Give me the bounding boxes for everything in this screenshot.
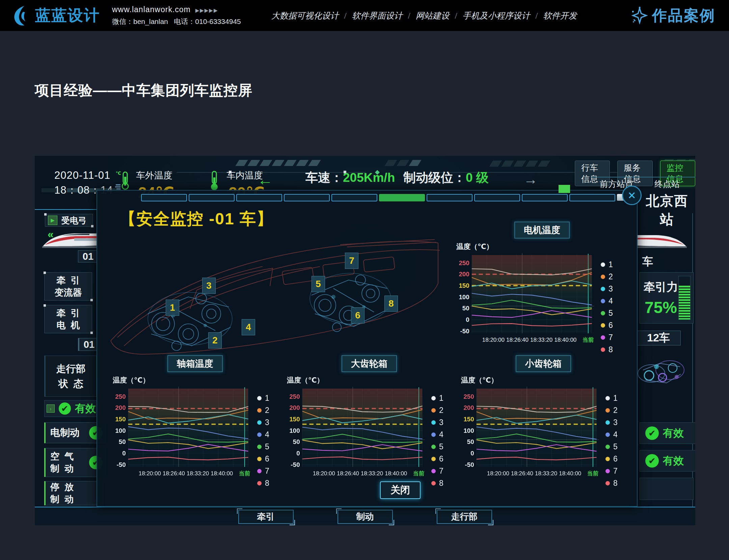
car-12-box[interactable]: 12车: [636, 331, 681, 345]
legend-item: 8: [431, 479, 443, 488]
bogie-tag-3[interactable]: 3: [202, 278, 216, 294]
bogie-tag-1[interactable]: 1: [166, 300, 179, 316]
svg-text:150: 150: [289, 416, 300, 423]
svg-text:0: 0: [296, 450, 300, 457]
bogie-tag-6[interactable]: 6: [351, 307, 364, 324]
date-value: 2020-11-01: [54, 168, 113, 183]
chart-axlebox-temperature: 轴箱温度温度（℃）250200150100500-5018:20:0018:26…: [111, 355, 279, 488]
nav-item-mobile[interactable]: 手机及小程序设计: [463, 10, 543, 21]
thermometer-outside-icon: ℃: [115, 170, 130, 192]
svg-text:200: 200: [459, 271, 469, 278]
chart-plot: 250200150100500-5018:20:0018:26:4018:33:…: [285, 385, 427, 478]
sidebar-item-traction-motor[interactable]: 牵 引电 机: [44, 305, 92, 333]
valid-status-row-left: › ✔ 有效: [44, 400, 98, 417]
legend-item: 2: [257, 406, 269, 415]
brand-name: 蓝蓝设计: [35, 5, 100, 26]
legend-item: 6: [431, 454, 443, 464]
chart-y-axis-label: 温度（℃）: [113, 375, 279, 385]
svg-text:18:26:40: 18:26:40: [511, 470, 533, 477]
svg-text:18:20:00: 18:20:00: [487, 470, 509, 477]
chart-title: 轴箱温度: [167, 355, 223, 372]
bogie-tag-5[interactable]: 5: [312, 276, 325, 292]
legend-item: 7: [601, 333, 613, 342]
nav-item-software-ui[interactable]: 软件界面设计: [352, 10, 416, 21]
site-url[interactable]: www.lanlanwork.com: [112, 5, 191, 14]
car-12-label: 12车: [647, 331, 670, 345]
logo[interactable]: 蓝蓝设计: [10, 4, 100, 27]
sidebar-item-bogie-status[interactable]: 走行部状 态: [44, 356, 97, 397]
car-01-box-top[interactable]: 01: [78, 250, 98, 262]
works-label: 作品案例: [652, 6, 716, 26]
chart-legend: 12345678: [431, 394, 443, 488]
nav-item-bigdata[interactable]: 大数据可视化设计: [271, 10, 352, 21]
chart-plot: 250200150100500-5018:20:0018:26:4018:33:…: [111, 385, 252, 478]
star-icon: [630, 6, 649, 25]
svg-text:℃: ℃: [116, 171, 121, 176]
legend-item: 3: [257, 418, 269, 427]
url-arrows-decor: ▶▶▶▶▶: [195, 7, 218, 13]
sidebar-item-parking-brake[interactable]: 停 放制 动: [44, 481, 103, 505]
valid-label: 有效: [75, 401, 96, 416]
chart-title: 大齿轮箱: [342, 355, 397, 372]
valid-status-row-right-1: ✔ 有效: [640, 422, 695, 444]
train-monitor-dashboard: 2020-11-01 18：08：14 ℃ 车外温度 24℃ 车内温度 20℃ …: [35, 156, 695, 525]
bottom-tab-bogie[interactable]: 走行部: [437, 510, 492, 524]
works-link[interactable]: 作品案例: [630, 6, 716, 26]
modal-close-x-icon[interactable]: ✕: [622, 186, 642, 205]
svg-text:250: 250: [289, 393, 300, 400]
svg-text:50: 50: [293, 438, 300, 445]
bottom-tab-traction[interactable]: 牵引: [238, 510, 294, 524]
chart-y-axis-label: 温度（℃）: [461, 375, 628, 385]
legend-item: 6: [257, 454, 269, 464]
svg-text:50: 50: [467, 438, 474, 445]
chart-legend: 12345678: [257, 394, 269, 488]
legend-item: 4: [431, 430, 443, 439]
site-header: 蓝蓝设计 www.lanlanwork.com▶▶▶▶▶ 微信：ben_lanl…: [0, 0, 729, 31]
svg-text:18:26:40: 18:26:40: [163, 470, 185, 477]
chart-title: 小齿轮箱: [516, 355, 571, 372]
svg-text:0: 0: [466, 316, 469, 323]
car-01-box-mid[interactable]: 01: [78, 338, 99, 351]
bogie-tag-7[interactable]: 7: [345, 253, 358, 269]
svg-text:0: 0: [122, 450, 126, 457]
svg-text:18:40:00: 18:40:00: [211, 470, 233, 477]
bogie-tag-2[interactable]: 2: [208, 332, 222, 348]
svg-text:18:40:00: 18:40:00: [554, 337, 576, 343]
modal-close-button[interactable]: 关闭: [380, 481, 421, 499]
svg-text:当前: 当前: [239, 470, 250, 477]
nav-item-website[interactable]: 网站建设: [416, 10, 463, 21]
svg-text:18:33:20: 18:33:20: [530, 337, 552, 343]
nav-item-dev[interactable]: 软件开发: [543, 10, 577, 21]
lanlan-logo-icon: [10, 4, 32, 27]
svg-text:100: 100: [115, 427, 126, 434]
traction-force-panel: 牵引力 75%: [640, 272, 694, 324]
valid-status-row-right-2: ✔ 有效: [640, 450, 695, 472]
legend-item: 3: [601, 284, 613, 293]
valid-label-2: 有效: [663, 454, 684, 468]
legend-item: 1: [257, 394, 269, 403]
speed-label: 车速：: [305, 171, 343, 185]
sidebar-item-traction-converter[interactable]: 牵 引变流器: [44, 272, 92, 301]
chart-legend: 12345678: [605, 394, 618, 488]
legend-item: 1: [431, 394, 443, 403]
legend-item: 6: [605, 454, 618, 464]
empty-status-row: [640, 478, 694, 500]
svg-text:0: 0: [470, 450, 474, 457]
electric-brake-label: 电制动: [50, 426, 80, 440]
sidebar-item-pantograph[interactable]: ▶ 受电弓: [45, 214, 93, 227]
svg-text:-50: -50: [460, 328, 469, 335]
legend-item: 1: [601, 260, 613, 269]
legend-item: 2: [431, 406, 443, 415]
brake-readout: 制动级位：0 级: [403, 169, 489, 186]
next-arrow-icon[interactable]: →: [523, 171, 538, 188]
check-icon: ✔: [645, 426, 659, 440]
prev-arrow-icon[interactable]: ←: [258, 171, 273, 189]
svg-text:18:33:20: 18:33:20: [361, 470, 383, 477]
legend-item: 6: [601, 321, 613, 330]
bottom-tab-brake[interactable]: 制动: [338, 510, 393, 524]
bogie-tag-8[interactable]: 8: [384, 296, 398, 312]
svg-text:18:20:00: 18:20:00: [313, 470, 335, 477]
bogie-tag-4[interactable]: 4: [242, 319, 255, 335]
svg-text:当前: 当前: [587, 470, 599, 477]
legend-item: 7: [257, 467, 269, 476]
